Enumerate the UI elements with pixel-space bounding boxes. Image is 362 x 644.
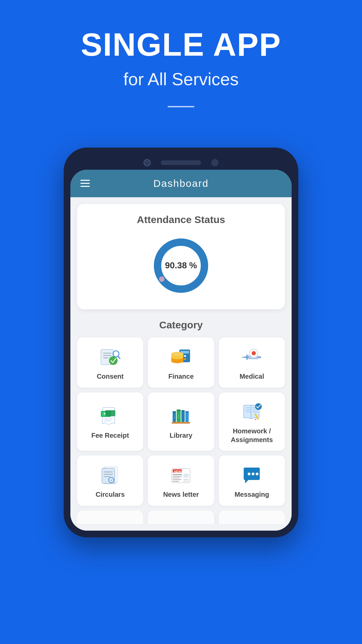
svg-rect-38 [173, 411, 176, 413]
bottom-item-2 [148, 511, 214, 524]
hero-subtitle: for All Services [13, 69, 349, 89]
svg-rect-36 [172, 422, 190, 424]
medical-label: Medical [240, 372, 264, 381]
circulars-label: Circulars [96, 490, 125, 499]
svg-point-76 [252, 473, 254, 475]
category-section: Category [70, 316, 292, 531]
svg-rect-22 [258, 356, 261, 358]
newsletter-label: News letter [163, 490, 199, 499]
svg-line-9 [118, 356, 120, 359]
svg-rect-42 [181, 410, 185, 412]
svg-rect-24 [246, 355, 248, 360]
consent-icon [99, 347, 122, 367]
hero-divider [168, 106, 194, 107]
svg-point-77 [256, 473, 258, 475]
svg-rect-13 [184, 355, 186, 357]
svg-rect-40 [177, 410, 181, 411]
category-section-title: Category [77, 319, 285, 331]
finance-label: Finance [168, 372, 194, 381]
svg-rect-28 [252, 352, 256, 355]
hamburger-menu-button[interactable] [80, 180, 90, 187]
circulars-icon: ✓ [99, 465, 122, 485]
svg-point-7 [109, 356, 118, 365]
category-item-consent[interactable]: Consent [77, 337, 143, 388]
svg-rect-15 [184, 358, 186, 360]
category-item-finance[interactable]: Finance [148, 337, 214, 388]
finance-icon [169, 347, 193, 367]
messaging-label: Messaging [235, 490, 269, 499]
bottom-row-partial [77, 511, 285, 524]
dashboard-title: Dashboard [154, 178, 209, 189]
library-icon [169, 406, 193, 426]
svg-rect-72 [183, 474, 189, 478]
attendance-percentage: 90.38 % [165, 260, 197, 271]
category-item-homework[interactable]: Homework /Assignments [219, 392, 285, 451]
svg-rect-43 [185, 412, 189, 422]
library-label: Library [170, 431, 192, 440]
svg-rect-44 [185, 411, 189, 413]
messaging-icon [240, 465, 263, 485]
fee-receipt-icon: ₹ [99, 406, 122, 426]
dashboard-header: Dashboard [70, 170, 292, 197]
phone-mockup-container: Dashboard Attendance Status 90.38 % [0, 148, 362, 557]
phone-mockup: Dashboard Attendance Status 90.38 % [64, 148, 298, 537]
category-item-medical[interactable]: Medical [219, 337, 285, 388]
phone-notch [70, 154, 292, 170]
svg-text:NEWS: NEWS [174, 470, 183, 473]
svg-rect-41 [181, 411, 185, 422]
svg-rect-33 [105, 410, 115, 416]
category-item-newsletter[interactable]: NEWS [148, 455, 214, 506]
category-grid: Consent [77, 337, 285, 506]
phone-sensor [211, 159, 219, 166]
phone-camera [143, 159, 151, 166]
category-item-library[interactable]: Library [148, 392, 214, 451]
hero-title: SINGLE APP [13, 27, 349, 62]
phone-speaker [161, 160, 201, 165]
attendance-card: Attendance Status 90.38 % [77, 204, 285, 309]
attendance-section-title: Attendance Status [84, 214, 278, 225]
medical-icon [240, 347, 263, 367]
svg-point-75 [248, 473, 250, 475]
homework-icon [240, 402, 263, 422]
hero-section: SINGLE APP for All Services [0, 0, 362, 148]
svg-marker-55 [255, 419, 256, 420]
bottom-item-3 [219, 511, 285, 524]
bottom-item-1 [77, 511, 143, 524]
svg-point-20 [171, 352, 183, 356]
attendance-donut-chart: 90.38 % [151, 235, 211, 296]
fee-receipt-label: Fee Receipt [92, 431, 129, 440]
category-item-messaging[interactable]: Messaging [219, 455, 285, 506]
consent-label: Consent [97, 372, 124, 381]
homework-label: Homework /Assignments [231, 427, 273, 444]
phone-screen: Dashboard Attendance Status 90.38 % [70, 170, 292, 531]
newsletter-icon: NEWS [169, 465, 193, 485]
category-item-fee-receipt[interactable]: ₹ Fee Receipt [77, 392, 143, 451]
category-item-circulars[interactable]: ✓ Circulars [77, 455, 143, 506]
svg-text:✓: ✓ [110, 479, 113, 482]
